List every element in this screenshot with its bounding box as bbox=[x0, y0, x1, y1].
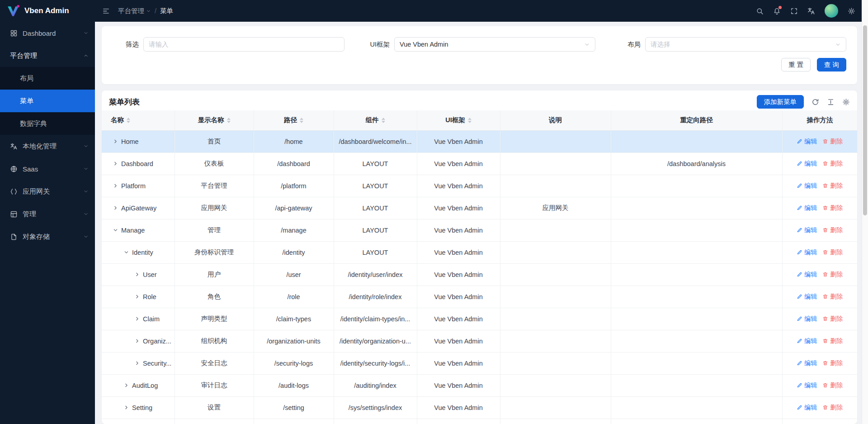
delete-button[interactable]: 删除 bbox=[822, 315, 843, 323]
delete-button[interactable]: 删除 bbox=[822, 271, 843, 279]
breadcrumb-parent[interactable]: 平台管理 bbox=[118, 7, 151, 15]
delete-button[interactable]: 删除 bbox=[822, 160, 843, 168]
edit-button[interactable]: 编辑 bbox=[797, 226, 817, 234]
edit-label: 编辑 bbox=[804, 315, 817, 323]
sidebar-item-localization[interactable]: 本地化管理 bbox=[0, 135, 95, 157]
table-row-platform[interactable]: Platform平台管理/platformLAYOUTVue Vben Admi… bbox=[102, 175, 857, 197]
user-avatar[interactable] bbox=[825, 4, 838, 18]
edit-button[interactable]: 编辑 bbox=[797, 359, 817, 367]
delete-button[interactable]: 删除 bbox=[822, 204, 843, 212]
table-row-auditlog[interactable]: AuditLog审计日志/audit-logs/auditing/indexVu… bbox=[102, 374, 857, 396]
table-row-dashboard[interactable]: Dashboard仪表板/dashboardLAYOUTVue Vben Adm… bbox=[102, 152, 857, 175]
delete-button[interactable]: 删除 bbox=[822, 226, 843, 234]
layout-select[interactable]: 请选择 bbox=[645, 37, 846, 52]
table-row-manage[interactable]: Manage管理/manageLAYOUTVue Vben Admin编辑删除 bbox=[102, 219, 857, 241]
edit-button[interactable]: 编辑 bbox=[797, 182, 817, 190]
sidebar-item-dictionary[interactable]: 数据字典 bbox=[0, 112, 95, 135]
edit-button[interactable]: 编辑 bbox=[797, 404, 817, 412]
chevron-down-icon[interactable] bbox=[123, 249, 129, 255]
delete-button[interactable]: 删除 bbox=[822, 404, 843, 412]
chevron-right-icon[interactable] bbox=[123, 405, 129, 410]
table-row-security[interactable]: Security...安全日志/security-logs/identity/s… bbox=[102, 352, 857, 374]
cell-redirect bbox=[611, 308, 782, 330]
column-header-framework[interactable]: UI框架 bbox=[417, 110, 500, 130]
column-header-path[interactable]: 路径 bbox=[254, 110, 334, 130]
search-button[interactable]: 查 询 bbox=[817, 58, 846, 71]
sidebar-item-storage[interactable]: 对象存储 bbox=[0, 225, 95, 248]
ui-framework-select[interactable]: Vue Vben Admin bbox=[394, 37, 595, 52]
chevron-right-icon[interactable] bbox=[134, 316, 140, 322]
translate-icon[interactable] bbox=[807, 7, 815, 15]
table-row-claim[interactable]: Claim声明类型/claim-types/identity/claim-typ… bbox=[102, 308, 857, 330]
edit-button[interactable]: 编辑 bbox=[797, 271, 817, 279]
sort-icons[interactable] bbox=[127, 118, 130, 123]
delete-button[interactable]: 删除 bbox=[822, 293, 843, 301]
sort-icons[interactable] bbox=[468, 118, 472, 123]
sidebar-item-manage[interactable]: 管理 bbox=[0, 203, 95, 225]
filter-field-framework: UI框架 Vue Vben Admin bbox=[363, 37, 595, 52]
chevron-right-icon[interactable] bbox=[134, 294, 140, 300]
edit-button[interactable]: 编辑 bbox=[797, 138, 817, 146]
row-height-icon[interactable] bbox=[827, 98, 835, 106]
filter-keyword-input[interactable] bbox=[143, 37, 344, 52]
edit-button[interactable]: 编辑 bbox=[797, 248, 817, 257]
scrollbar-thumb[interactable] bbox=[863, 25, 867, 215]
chevron-right-icon[interactable] bbox=[134, 272, 140, 277]
delete-button[interactable]: 删除 bbox=[822, 381, 843, 390]
edit-button[interactable]: 编辑 bbox=[797, 315, 817, 323]
delete-button[interactable]: 删除 bbox=[822, 248, 843, 257]
delete-button[interactable]: 删除 bbox=[822, 182, 843, 190]
chevron-down-icon[interactable] bbox=[113, 227, 118, 233]
table-row-apigateway[interactable]: ApiGateway应用网关/api-gatewayLAYOUTVue Vben… bbox=[102, 197, 857, 219]
notification-bell-icon[interactable] bbox=[773, 7, 781, 15]
sidebar-item-menu[interactable]: 菜单 bbox=[0, 90, 95, 112]
table-row-setting[interactable]: Setting设置/setting/sys/settings/indexVue … bbox=[102, 396, 857, 419]
delete-button[interactable]: 删除 bbox=[822, 359, 843, 367]
cell-framework: Vue Vben Admin bbox=[417, 330, 500, 352]
search-icon[interactable] bbox=[756, 7, 764, 15]
sidebar-item-layout[interactable]: 布局 bbox=[0, 67, 95, 90]
chevron-right-icon[interactable] bbox=[134, 360, 140, 366]
column-settings-icon[interactable] bbox=[842, 98, 850, 106]
settings-icon[interactable] bbox=[848, 7, 855, 15]
table-row-identity[interactable]: Identity身份标识管理/identityLAYOUTVue Vben Ad… bbox=[102, 241, 857, 263]
sidebar-item-label: 管理 bbox=[23, 210, 83, 219]
sidebar-submenu-platform: 布局菜单数据字典 bbox=[0, 67, 95, 135]
table-row-home[interactable]: Home首页/home/dashboard/welcome/in...Vue V… bbox=[102, 130, 857, 152]
chevron-right-icon[interactable] bbox=[123, 382, 129, 388]
sort-icons[interactable] bbox=[300, 118, 303, 123]
fullscreen-icon[interactable] bbox=[790, 7, 798, 15]
edit-button[interactable]: 编辑 bbox=[797, 204, 817, 212]
reset-button[interactable]: 重 置 bbox=[781, 58, 811, 71]
sidebar-item-dashboard[interactable]: Dashboard bbox=[0, 22, 95, 44]
edit-button[interactable]: 编辑 bbox=[797, 337, 817, 345]
page-scrollbar[interactable] bbox=[862, 0, 868, 424]
chevron-right-icon[interactable] bbox=[113, 183, 118, 189]
column-header-display_name[interactable]: 显示名称 bbox=[175, 110, 254, 130]
chevron-right-icon[interactable] bbox=[113, 205, 118, 211]
edit-button[interactable]: 编辑 bbox=[797, 160, 817, 168]
add-menu-button[interactable]: 添加新菜单 bbox=[757, 95, 804, 109]
table-row-user[interactable]: User用户/user/identity/user/indexVue Vben … bbox=[102, 263, 857, 286]
column-header-name[interactable]: 名称 bbox=[102, 110, 175, 130]
delete-button[interactable]: 删除 bbox=[822, 138, 843, 146]
sidebar-item-gateway[interactable]: 应用网关 bbox=[0, 180, 95, 203]
table-row-organiz[interactable]: Organiz...组织机构/organization-units/identi… bbox=[102, 330, 857, 352]
sidebar-item-saas[interactable]: Saas bbox=[0, 157, 95, 180]
logo[interactable]: Vben Admin bbox=[0, 0, 95, 22]
sidebar-item-platform[interactable]: 平台管理 bbox=[0, 44, 95, 67]
chevron-right-icon[interactable] bbox=[113, 161, 118, 167]
edit-label: 编辑 bbox=[804, 337, 817, 345]
sidebar-collapse-icon[interactable] bbox=[102, 7, 110, 15]
sort-icons[interactable] bbox=[382, 118, 385, 123]
table-row-role[interactable]: Role角色/role/identity/role/indexVue Vben … bbox=[102, 286, 857, 308]
column-header-component[interactable]: 组件 bbox=[334, 110, 417, 130]
edit-label: 编辑 bbox=[804, 248, 817, 257]
refresh-icon[interactable] bbox=[811, 98, 819, 106]
sort-icons[interactable] bbox=[227, 118, 231, 123]
chevron-right-icon[interactable] bbox=[134, 338, 140, 344]
chevron-right-icon[interactable] bbox=[113, 138, 118, 144]
delete-button[interactable]: 删除 bbox=[822, 337, 843, 345]
edit-button[interactable]: 编辑 bbox=[797, 381, 817, 390]
edit-button[interactable]: 编辑 bbox=[797, 293, 817, 301]
